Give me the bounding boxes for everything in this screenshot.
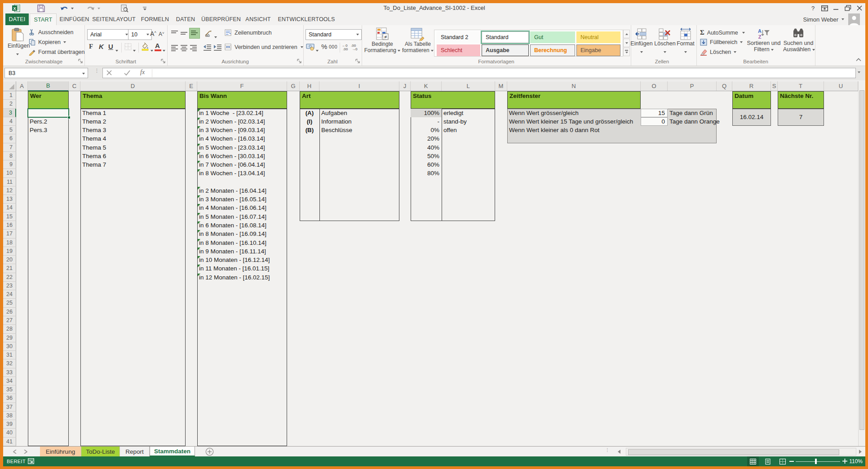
enter-icon[interactable] (124, 70, 130, 75)
zoom-slider-track[interactable] (796, 461, 840, 462)
column-header-C[interactable]: C (69, 81, 80, 91)
cell-F13[interactable]: in 3 Monaten - [16.05.14] (197, 195, 287, 204)
header-cell-status[interactable]: Status (411, 91, 495, 109)
hscroll-left-arrow[interactable] (618, 450, 620, 454)
sheet-tab-einf-hrung[interactable]: Einführung (40, 447, 81, 456)
cell-D3[interactable]: Thema 1 (80, 109, 186, 117)
zoom-in-button[interactable] (842, 459, 847, 464)
sort-filter-button[interactable]: A Z Sortieren und Filtern (744, 27, 783, 53)
ribbon-tab-entwicklertools[interactable]: ENTWICKLERTOOLS (276, 13, 337, 25)
sheet-tab-stammdaten[interactable]: Stammdaten (150, 447, 195, 456)
row-header-34[interactable]: 34 (3, 377, 16, 385)
macro-record-icon[interactable] (28, 458, 34, 464)
insert-function-icon[interactable]: fx (140, 69, 145, 76)
column-header-O[interactable]: O (641, 81, 668, 91)
cell-I3[interactable]: Aufgaben (319, 109, 399, 117)
cell-style-neutral[interactable]: Neutral (576, 31, 620, 43)
fill-color-dropdown[interactable] (151, 46, 153, 54)
column-header-Q[interactable]: Q (717, 81, 732, 91)
cell-style-standard[interactable]: Standard (482, 31, 529, 43)
expand-formula-bar[interactable] (858, 71, 860, 73)
cell-P3[interactable]: Tage dann Grün (668, 109, 717, 117)
row-header-13[interactable]: 13 (3, 195, 16, 204)
cell-style-schlecht[interactable]: Schlecht (437, 44, 480, 56)
borders-button[interactable] (124, 43, 132, 51)
header-cell-art[interactable]: Art (300, 91, 399, 109)
hscroll-right-arrow[interactable] (859, 450, 862, 454)
cell-K8[interactable]: 50% (411, 152, 442, 160)
column-header-M[interactable]: M (495, 81, 507, 91)
sheet-tab-todo-liste[interactable]: ToDo-Liste (81, 447, 120, 456)
cell-F7[interactable]: in 5 Wochen - [23.03.14] (197, 143, 287, 152)
cell-B5[interactable]: Pers.3 (28, 126, 69, 134)
column-header-R[interactable]: R (732, 81, 771, 91)
find-select-button[interactable]: Suchen und Auswählen (783, 27, 814, 53)
row-header-36[interactable]: 36 (3, 394, 16, 403)
cell-I5[interactable]: Beschlüsse (319, 126, 399, 134)
format-as-table-button[interactable]: Als Tabelle formatieren (402, 27, 434, 53)
row-header-11[interactable]: 11 (3, 178, 16, 186)
row-header-18[interactable]: 18 (3, 239, 16, 247)
help-button[interactable]: ? (807, 3, 819, 13)
decrease-font-button[interactable]: A˅ (159, 31, 164, 37)
row-header-2[interactable]: 2 (3, 100, 16, 108)
ribbon-tab-ansicht[interactable]: ANSICHT (244, 13, 272, 25)
row-header-19[interactable]: 19 (3, 247, 16, 256)
vertical-scrollbar-thumb[interactable] (859, 90, 864, 430)
fill-handle[interactable] (67, 116, 71, 119)
sheet-tab-report[interactable]: Report (120, 447, 150, 456)
format-painter-button[interactable]: Format übertragen (29, 49, 85, 56)
align-top-button[interactable] (171, 30, 178, 37)
column-header-P[interactable]: P (668, 81, 717, 91)
ribbon-tab-seitenlayout[interactable]: SEITENLAYOUT (92, 13, 136, 25)
cell-K4[interactable]: - (411, 117, 442, 126)
align-bottom-button[interactable] (189, 28, 200, 39)
cell-F20[interactable]: in 10 Monaten - [16.12.14] (197, 256, 287, 264)
cell-D4[interactable]: Thema 2 (80, 117, 186, 126)
percent-style-button[interactable]: % (321, 43, 327, 50)
cell-R3[interactable]: 16.02.14 (732, 109, 771, 126)
fill-button[interactable]: Füllbereich (700, 39, 743, 46)
sheet-nav-prev[interactable] (13, 450, 17, 454)
cell-F22[interactable]: in 12 Monaten - [16.02.15] (197, 273, 287, 282)
schriftart-dialog-launcher[interactable] (161, 59, 166, 64)
row-header-30[interactable]: 30 (3, 342, 16, 351)
row-header-31[interactable]: 31 (3, 351, 16, 359)
select-all-corner[interactable] (3, 81, 16, 91)
row-header-26[interactable]: 26 (3, 308, 16, 316)
fill-color-button[interactable] (141, 42, 149, 51)
row-header-32[interactable]: 32 (3, 359, 16, 368)
cell-F12[interactable]: in 2 Monaten - [16.04.14] (197, 186, 287, 195)
ribbon-tab-überprüfen[interactable]: ÜBERPRÜFEN (202, 13, 240, 25)
row-header-22[interactable]: 22 (3, 273, 16, 282)
header-cell-n-chste-nr-[interactable]: Nächste Nr. (778, 91, 824, 109)
row-header-40[interactable]: 40 (3, 429, 16, 437)
row-header-7[interactable]: 7 (3, 143, 16, 152)
row-header-21[interactable]: 21 (3, 264, 16, 273)
cell-K5[interactable]: 0% (411, 126, 442, 134)
borders-dropdown[interactable] (133, 46, 136, 54)
font-color-button[interactable]: A (155, 42, 160, 49)
cell-D9[interactable]: Thema 7 (80, 160, 186, 169)
cell-F8[interactable]: in 6 Wochen - [30.03.14] (197, 152, 287, 160)
cell-O4[interactable]: 0 (641, 117, 668, 126)
row-header-37[interactable]: 37 (3, 403, 16, 411)
column-header-F[interactable]: F (197, 81, 287, 91)
namebox-splitter[interactable]: ⋮ (94, 70, 99, 72)
header-cell-zeitfenster[interactable]: Zeitfenster (507, 91, 641, 109)
column-header-T[interactable]: T (778, 81, 824, 91)
ribbon-display-options-button[interactable] (819, 3, 830, 13)
new-sheet-button[interactable] (205, 447, 214, 456)
cell-D6[interactable]: Thema 4 (80, 134, 186, 143)
row-header-8[interactable]: 8 (3, 152, 16, 160)
ribbon-tab-daten[interactable]: DATEN (174, 13, 197, 25)
zahl-dialog-launcher[interactable] (355, 59, 360, 64)
align-middle-button[interactable] (180, 30, 188, 37)
accounting-dropdown[interactable] (316, 46, 319, 54)
page-layout-view-button[interactable] (762, 456, 774, 466)
row-header-33[interactable]: 33 (3, 368, 16, 377)
cell-H4[interactable]: (I) (300, 117, 319, 126)
header-cell-thema[interactable]: Thema (80, 91, 186, 109)
paste-button[interactable]: Einfügen (8, 28, 27, 58)
horizontal-scrollbar-thumb[interactable] (628, 449, 839, 455)
